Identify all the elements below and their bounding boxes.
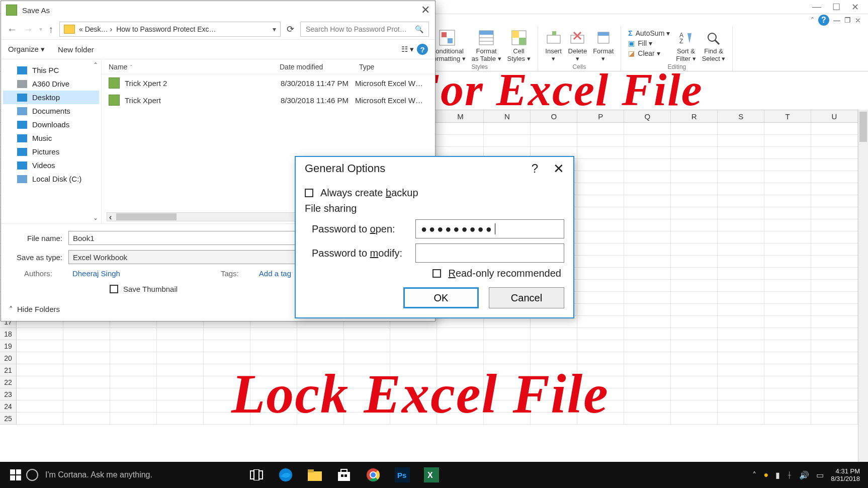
cell[interactable] [250,388,297,400]
tray-volume-icon[interactable]: 🔊 [799,470,809,480]
cell[interactable] [297,352,344,364]
cell[interactable] [437,400,484,413]
cell[interactable] [671,171,718,183]
cell[interactable] [437,352,484,364]
cell[interactable] [63,364,110,376]
cell[interactable] [671,400,718,413]
tree-item-music[interactable]: Music [3,131,99,145]
cell[interactable] [718,231,764,243]
cell[interactable] [437,388,484,400]
help-icon[interactable]: ? [818,15,829,26]
cell[interactable] [110,400,157,413]
cell[interactable] [577,292,624,304]
saveas-search[interactable]: Search How to Password Prot… 🔍 [300,22,429,37]
cell[interactable] [204,376,250,388]
cell[interactable] [624,400,671,413]
cell[interactable] [297,388,344,400]
cell[interactable] [624,195,671,207]
cell[interactable] [484,400,531,413]
cell[interactable] [344,328,391,340]
genopts-help-icon[interactable]: ? [532,161,538,176]
cell[interactable] [157,388,204,400]
cell[interactable] [811,135,858,147]
cell[interactable] [764,400,811,413]
cell[interactable] [718,219,764,231]
cell[interactable] [17,388,63,400]
cell[interactable] [718,183,764,195]
maximize-button[interactable]: ☐ [832,2,840,13]
cell[interactable] [811,280,858,292]
cell[interactable] [297,340,344,352]
cell[interactable] [390,328,437,340]
cell[interactable] [624,328,671,340]
cell[interactable] [764,123,811,135]
cell[interactable] [764,195,811,207]
start-button[interactable] [5,469,26,480]
cell[interactable] [157,352,204,364]
cell[interactable] [718,280,764,292]
cell[interactable] [718,340,764,352]
cell[interactable] [718,147,764,159]
cell[interactable] [577,388,624,400]
cell[interactable] [297,376,344,388]
readonly-checkbox[interactable] [432,269,441,278]
cell[interactable] [344,388,391,400]
cell[interactable] [204,364,250,376]
cell[interactable] [204,400,250,413]
edge-icon[interactable] [277,466,295,484]
cell[interactable] [718,268,764,280]
cell[interactable] [204,352,250,364]
cell[interactable] [718,195,764,207]
cell[interactable] [250,413,297,425]
breadcrumb[interactable]: « Desk… › How to Password Protect Exc… ▾ [59,22,281,37]
cell[interactable] [297,364,344,376]
cell[interactable] [577,171,624,183]
cell[interactable] [718,243,764,256]
cell[interactable] [624,352,671,364]
cell[interactable] [811,413,858,425]
cell[interactable] [718,328,764,340]
cell[interactable] [718,123,764,135]
tree-scroll-up-icon[interactable]: ⌃ [93,61,98,68]
cell[interactable] [671,195,718,207]
cell[interactable] [811,147,858,159]
cell[interactable] [577,183,624,195]
tree-item-videos[interactable]: Videos [3,158,99,172]
row-header[interactable]: 24 [0,400,17,413]
cell[interactable] [718,364,764,376]
cell[interactable] [204,328,250,340]
tree-item-downloads[interactable]: Downloads [3,118,99,131]
cell[interactable] [671,207,718,219]
save-thumbnail-checkbox[interactable] [110,285,118,293]
cell[interactable] [531,135,577,147]
tree-scroll-down-icon[interactable]: ⌄ [93,214,98,221]
ribbon-caret-icon[interactable]: ˄ [811,16,814,24]
taskbar-clock[interactable]: 4:31 PM 8/31/2018 [831,467,863,482]
cell[interactable] [624,304,671,316]
cell[interactable] [577,195,624,207]
cell[interactable] [437,328,484,340]
cell[interactable] [204,340,250,352]
file-columns[interactable]: Nameˆ Date modified Type [102,59,435,74]
cell[interactable] [531,388,577,400]
tree-item-pictures[interactable]: Pictures [3,145,99,158]
cell[interactable] [484,352,531,364]
col-Q[interactable]: Q [624,110,671,122]
cell[interactable] [110,364,157,376]
row-header[interactable]: 18 [0,328,17,340]
cell[interactable] [624,413,671,425]
cell[interactable] [718,256,764,268]
cell[interactable] [764,135,811,147]
cell[interactable] [484,135,531,147]
cell[interactable] [671,256,718,268]
task-view-icon[interactable] [247,466,266,484]
col-S[interactable]: S [718,110,764,122]
cell[interactable] [764,183,811,195]
col-P[interactable]: P [577,110,624,122]
cell[interactable] [671,352,718,364]
cell[interactable] [764,231,811,243]
authors-value[interactable]: Dheeraj Singh [72,269,120,278]
insert-cells-button[interactable]: Insert ▾ [545,29,562,62]
view-mode-icon[interactable]: ☷ ▾ [401,45,414,54]
cell[interactable] [157,364,204,376]
